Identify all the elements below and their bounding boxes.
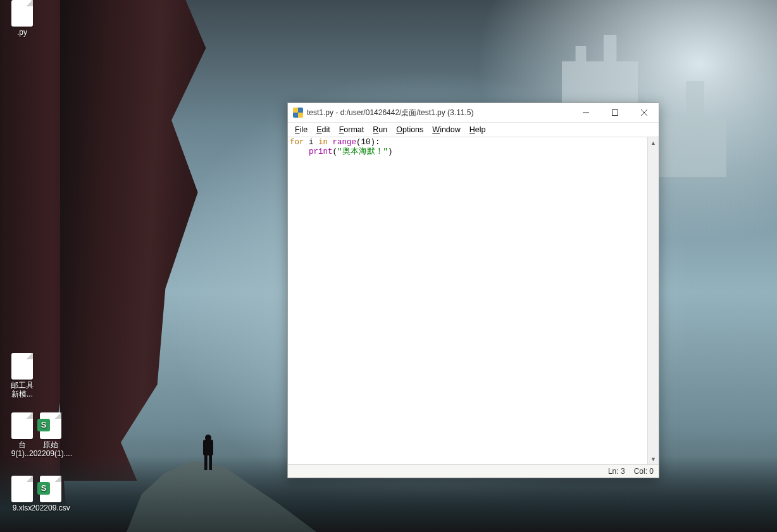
idle-editor-window[interactable]: test1.py - d:/user/01426442/桌面/test1.py … bbox=[287, 102, 659, 478]
scroll-up-button[interactable]: ▲ bbox=[648, 137, 659, 148]
desktop-icon-3[interactable]: 原始202209(1).... bbox=[28, 412, 73, 458]
menubar[interactable]: FileEditFormatRunOptionsWindowHelp bbox=[288, 123, 659, 137]
titlebar[interactable]: test1.py - d:/user/01426442/桌面/test1.py … bbox=[288, 103, 659, 123]
menu-run[interactable]: Run bbox=[368, 124, 392, 135]
window-title: test1.py - d:/user/01426442/桌面/test1.py … bbox=[307, 108, 571, 118]
file-icon bbox=[11, 0, 33, 27]
wallpaper-rock-pillar bbox=[60, 0, 263, 481]
svg-rect-0 bbox=[612, 110, 618, 116]
spreadsheet-file-icon bbox=[40, 476, 61, 502]
statusbar: Ln: 3 Col: 0 bbox=[288, 464, 659, 478]
desktop-icon-label: .py bbox=[0, 28, 44, 37]
vertical-scrollbar[interactable]: ▲ ▼ bbox=[647, 137, 659, 464]
identifier-i: i bbox=[304, 138, 319, 147]
desktop-icon-0[interactable]: .py bbox=[0, 0, 44, 37]
desktop[interactable]: .py邮工具新模...台9(1)....原始202209(1)....9.xls… bbox=[0, 0, 777, 532]
status-line: Ln: 3 bbox=[608, 467, 625, 476]
minimize-button[interactable] bbox=[571, 103, 600, 122]
desktop-icon-1[interactable]: 邮工具新模... bbox=[0, 353, 44, 399]
desktop-icon-label: 原始202209(1).... bbox=[28, 440, 73, 458]
python-idle-icon bbox=[293, 108, 303, 118]
keyword-in: in bbox=[318, 138, 328, 147]
menu-help[interactable]: Help bbox=[465, 124, 490, 135]
scroll-down-button[interactable]: ▼ bbox=[648, 454, 659, 464]
builtin-range: range bbox=[333, 138, 357, 147]
keyword-for: for bbox=[290, 138, 304, 147]
menu-format[interactable]: Format bbox=[335, 124, 369, 135]
call-args: (10): bbox=[356, 138, 380, 147]
spreadsheet-file-icon bbox=[40, 412, 61, 439]
desktop-icon-label: 202209.csv bbox=[28, 504, 73, 512]
close-button[interactable] bbox=[630, 103, 659, 122]
builtin-print: print bbox=[309, 147, 333, 156]
code-editor[interactable]: for i in range(10): print("奥本海默！") bbox=[288, 137, 647, 464]
desktop-icon-label: 邮工具新模... bbox=[0, 381, 44, 399]
wallpaper-figure bbox=[201, 435, 215, 471]
maximize-button[interactable] bbox=[600, 103, 630, 122]
file-icon bbox=[11, 353, 33, 380]
menu-window[interactable]: Window bbox=[428, 124, 464, 135]
string-literal: "奥本海默！" bbox=[337, 147, 388, 156]
menu-edit[interactable]: Edit bbox=[312, 124, 335, 135]
status-col: Col: 0 bbox=[634, 467, 654, 476]
menu-options[interactable]: Options bbox=[392, 124, 428, 135]
menu-file[interactable]: File bbox=[290, 124, 312, 135]
desktop-icon-5[interactable]: 202209.csv bbox=[28, 476, 73, 512]
